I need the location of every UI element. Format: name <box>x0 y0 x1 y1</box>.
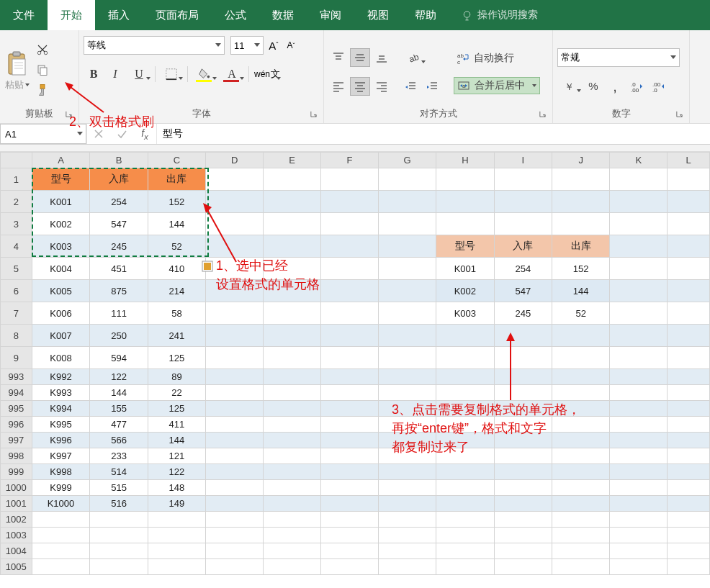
cell-E3[interactable] <box>264 213 321 235</box>
row-header-996[interactable]: 996 <box>1 417 32 433</box>
cell-K1004[interactable] <box>610 543 668 559</box>
cell-C993[interactable]: 89 <box>148 369 205 385</box>
cell-J995[interactable] <box>552 401 610 417</box>
cell-E8[interactable] <box>264 325 321 347</box>
cell-D1000[interactable] <box>206 480 264 496</box>
tab-view[interactable]: 视图 <box>354 0 402 30</box>
cell-A1003[interactable] <box>32 528 90 543</box>
align-left-button[interactable] <box>328 77 349 96</box>
row-header-1[interactable]: 1 <box>1 168 32 191</box>
cell-G6[interactable] <box>379 280 436 302</box>
cell-F998[interactable] <box>321 448 379 464</box>
cell-H6[interactable]: K002 <box>436 280 495 302</box>
cell-D4[interactable] <box>206 235 264 258</box>
cell-E4[interactable] <box>264 235 321 258</box>
cell-B1004[interactable] <box>90 543 148 559</box>
cell-G999[interactable] <box>379 464 436 480</box>
cell-A1[interactable]: 型号 <box>32 168 90 191</box>
font-size-combo[interactable]: 11 <box>230 36 264 55</box>
cell-D8[interactable] <box>206 325 264 347</box>
cell-A997[interactable]: K996 <box>32 433 90 448</box>
cell-B1003[interactable] <box>90 528 148 543</box>
cell-E5[interactable] <box>264 258 321 280</box>
cell-I1002[interactable] <box>494 512 552 528</box>
cell-A995[interactable]: K994 <box>32 401 90 417</box>
cell-K994[interactable] <box>610 385 668 401</box>
cell-J1000[interactable] <box>552 480 610 496</box>
cell-L5[interactable] <box>668 258 710 280</box>
cell-B6[interactable]: 875 <box>90 280 148 302</box>
cell-K8[interactable] <box>610 325 668 347</box>
cell-I1005[interactable] <box>494 559 552 575</box>
row-header-998[interactable]: 998 <box>1 448 32 464</box>
cell-H1005[interactable] <box>436 559 495 575</box>
cell-C4[interactable]: 52 <box>148 235 205 258</box>
cell-A6[interactable]: K005 <box>32 280 90 302</box>
bold-button[interactable]: B <box>84 65 104 83</box>
cell-J1002[interactable] <box>552 512 610 528</box>
underline-button[interactable]: U <box>127 65 151 83</box>
cell-I998[interactable] <box>494 448 552 464</box>
cell-I9[interactable] <box>494 347 552 369</box>
cell-J2[interactable] <box>552 191 610 213</box>
cell-C3[interactable]: 144 <box>148 213 205 235</box>
cell-G1005[interactable] <box>379 559 436 575</box>
cell-L7[interactable] <box>668 302 710 325</box>
cell-C1004[interactable] <box>148 543 205 559</box>
cell-I995[interactable] <box>494 401 552 417</box>
cell-E1005[interactable] <box>264 559 321 575</box>
cell-D1003[interactable] <box>206 528 264 543</box>
row-header-993[interactable]: 993 <box>1 369 32 385</box>
cell-J999[interactable] <box>552 464 610 480</box>
row-header-997[interactable]: 997 <box>1 433 32 448</box>
cell-H4[interactable]: 型号 <box>436 235 495 258</box>
cell-L995[interactable] <box>668 401 710 417</box>
col-header-F[interactable]: F <box>321 153 379 168</box>
cell-E1004[interactable] <box>264 543 321 559</box>
cell-K1005[interactable] <box>610 559 668 575</box>
row-header-7[interactable]: 7 <box>1 302 32 325</box>
cell-E1000[interactable] <box>264 480 321 496</box>
tab-file[interactable]: 文件 <box>0 0 48 30</box>
cell-B1002[interactable] <box>90 512 148 528</box>
cell-A1002[interactable] <box>32 512 90 528</box>
cell-I1003[interactable] <box>494 528 552 543</box>
cell-A1001[interactable]: K1000 <box>32 496 90 512</box>
cell-F1003[interactable] <box>321 528 379 543</box>
cell-G998[interactable] <box>379 448 436 464</box>
cell-H1002[interactable] <box>436 512 495 528</box>
cell-G3[interactable] <box>379 213 436 235</box>
cell-E994[interactable] <box>264 385 321 401</box>
cell-B2[interactable]: 254 <box>90 191 148 213</box>
cell-E997[interactable] <box>264 433 321 448</box>
cell-G1004[interactable] <box>379 543 436 559</box>
cell-K1002[interactable] <box>610 512 668 528</box>
cell-K999[interactable] <box>610 464 668 480</box>
cell-G8[interactable] <box>379 325 436 347</box>
cell-D1004[interactable] <box>206 543 264 559</box>
cell-B4[interactable]: 245 <box>90 235 148 258</box>
cell-E999[interactable] <box>264 464 321 480</box>
cell-F1005[interactable] <box>321 559 379 575</box>
cell-L1004[interactable] <box>668 543 710 559</box>
cell-I997[interactable] <box>494 433 552 448</box>
cell-A996[interactable]: K995 <box>32 417 90 433</box>
cell-H1[interactable] <box>436 168 495 191</box>
cell-L4[interactable] <box>668 235 710 258</box>
row-header-995[interactable]: 995 <box>1 401 32 417</box>
cell-B9[interactable]: 594 <box>90 347 148 369</box>
cell-K995[interactable] <box>610 401 668 417</box>
cell-J1[interactable] <box>552 168 610 191</box>
cell-B1005[interactable] <box>90 559 148 575</box>
increase-font-button[interactable]: Aˆ <box>266 36 281 55</box>
cell-F9[interactable] <box>321 347 379 369</box>
cell-C1001[interactable]: 149 <box>148 496 205 512</box>
cell-G2[interactable] <box>379 191 436 213</box>
cell-D9[interactable] <box>206 347 264 369</box>
cell-H2[interactable] <box>436 191 495 213</box>
cell-J7[interactable]: 52 <box>552 302 610 325</box>
tab-help[interactable]: 帮助 <box>402 0 449 30</box>
align-center-button[interactable] <box>350 77 370 96</box>
cell-K5[interactable] <box>610 258 668 280</box>
cell-C1[interactable]: 出库 <box>148 168 205 191</box>
